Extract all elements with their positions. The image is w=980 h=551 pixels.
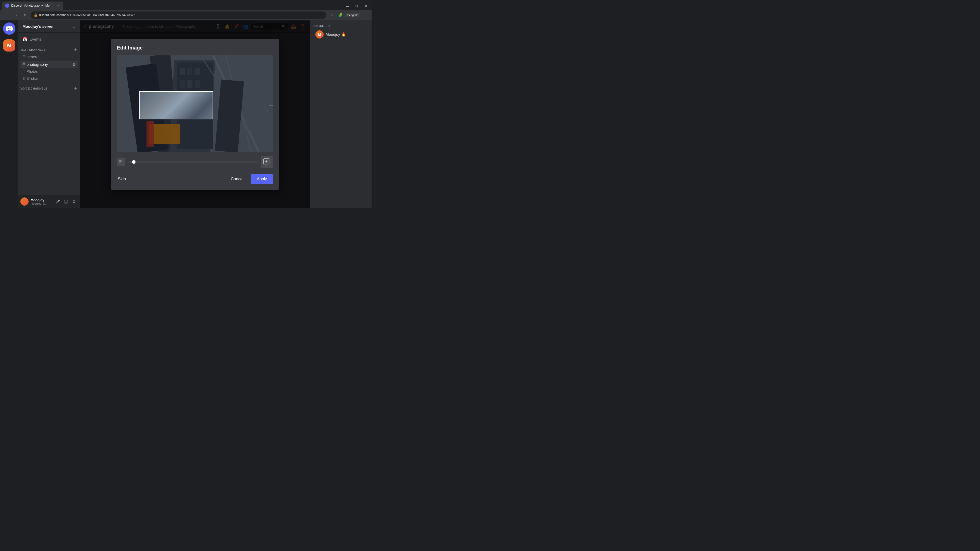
member-item-moodjoy[interactable]: M Moodjoy 🔥 xyxy=(312,29,369,40)
settings-button[interactable]: ⚙ xyxy=(70,198,78,205)
crop-inner-image xyxy=(140,92,213,119)
user-info: Moodjoy moodjoy_G... xyxy=(30,198,52,205)
add-voice-channel-button[interactable]: + xyxy=(73,86,78,91)
zoom-out-icon[interactable] xyxy=(117,158,125,166)
modal-overlay: Edit Image xyxy=(80,21,310,208)
cancel-button[interactable]: Cancel xyxy=(226,174,248,184)
member-avatar-moodjoy: M xyxy=(315,30,324,38)
active-tab[interactable]: Discord | #photography | Mood... ✕ xyxy=(2,2,63,10)
zoom-in-icon[interactable] xyxy=(261,156,273,168)
image-canvas[interactable] xyxy=(117,55,273,152)
voice-channels-label: VOICE CHANNELS xyxy=(21,87,47,90)
svg-rect-15 xyxy=(146,121,154,147)
address-text: discord.com/channels/1182346851781984336… xyxy=(39,13,135,17)
extension-button[interactable]: 🧩 xyxy=(337,11,344,19)
modal-footer: Skip Cancel Apply xyxy=(117,174,273,184)
zoom-slider[interactable] xyxy=(128,162,258,162)
modal-footer-right: Cancel Apply xyxy=(226,174,273,184)
user-controls: 🎤 🎧 ⚙ xyxy=(54,198,78,205)
server-avatar: M xyxy=(3,39,15,52)
server-name: Moodjoy's server xyxy=(22,24,54,29)
photography-hash-icon: # xyxy=(22,62,25,67)
discord-home-icon[interactable] xyxy=(3,22,15,35)
deafen-button[interactable]: 🎧 xyxy=(62,198,69,205)
user-name: Moodjoy xyxy=(30,198,52,202)
edit-image-modal: Edit Image xyxy=(111,39,279,190)
tab-list-button[interactable]: ⌄ xyxy=(335,3,342,10)
voice-channels-header[interactable]: VOICE CHANNELS + xyxy=(18,83,80,92)
photos-label: Photos xyxy=(27,69,38,73)
server-dropdown-icon: ⌄ xyxy=(72,24,76,29)
member-section-header: ONLINE — 1 xyxy=(310,21,372,29)
server-sidebar: M xyxy=(0,21,18,208)
skip-button[interactable]: Skip xyxy=(117,175,127,183)
server-name-bar[interactable]: Moodjoy's server ⌄ xyxy=(18,21,80,33)
minimize-button[interactable]: — xyxy=(344,3,351,10)
photography-settings-icon[interactable]: ⚙ xyxy=(72,62,76,67)
back-button[interactable]: ← xyxy=(3,11,10,19)
member-name-moodjoy: Moodjoy 🔥 xyxy=(326,32,346,37)
new-tab-button[interactable]: + xyxy=(64,3,72,10)
address-bar[interactable]: 🔒 discord.com/channels/11823468517819843… xyxy=(30,11,326,19)
maximize-button[interactable]: ⧉ xyxy=(353,3,360,10)
close-window-button[interactable]: ✕ xyxy=(363,3,369,10)
browser-chrome: Discord | #photography | Mood... ✕ + ⌄ —… xyxy=(0,0,372,21)
channel-name-general: general xyxy=(27,55,39,59)
channel-item-general[interactable]: # general xyxy=(21,53,78,60)
events-icon: 📅 xyxy=(22,37,27,41)
nav-bar: ← → ↻ 🔒 discord.com/channels/11823468517… xyxy=(0,10,372,21)
channel-name-photography: photography xyxy=(27,62,48,67)
events-item[interactable]: 📅 Events xyxy=(18,35,80,44)
server-separator xyxy=(5,37,13,37)
svg-rect-6 xyxy=(187,68,192,75)
tab-close-button[interactable]: ✕ xyxy=(56,3,60,8)
svg-rect-7 xyxy=(195,68,200,75)
discord-app: M Moodjoy's server ⌄ 📅 Events TEXT CHANN… xyxy=(0,21,372,208)
reload-button[interactable]: ↻ xyxy=(21,11,29,19)
svg-rect-9 xyxy=(187,80,192,88)
forward-button[interactable]: → xyxy=(12,11,19,19)
channel-sub-photos[interactable]: Photos xyxy=(24,68,78,75)
crop-inner xyxy=(140,92,213,119)
moodjoy-server-icon[interactable]: M xyxy=(3,39,15,52)
channel-sidebar: Moodjoy's server ⌄ 📅 Events TEXT CHANNEL… xyxy=(18,21,80,208)
text-channels-header[interactable]: TEXT CHANNELS + xyxy=(18,44,80,53)
incognito-badge: Incognito xyxy=(345,13,360,17)
channel-item-chat[interactable]: ⬇ # chat xyxy=(21,75,78,82)
tab-bar: Discord | #photography | Mood... ✕ + ⌄ —… xyxy=(0,0,372,10)
modal-title: Edit Image xyxy=(117,45,273,51)
tab-favicon xyxy=(5,3,9,8)
general-hash-icon: # xyxy=(22,54,25,59)
add-text-channel-button[interactable]: + xyxy=(73,48,78,52)
chat-hash-icon: # xyxy=(27,76,30,81)
svg-rect-10 xyxy=(195,80,200,88)
channel-list: 📅 Events TEXT CHANNELS + # general # pho… xyxy=(18,33,80,195)
user-area: Moodjoy moodjoy_G... 🎤 🎧 ⚙ xyxy=(18,195,80,208)
crop-selection[interactable] xyxy=(139,91,213,119)
zoom-controls xyxy=(117,156,273,168)
user-status: moodjoy_G... xyxy=(30,202,52,205)
download-icon: ⬇ xyxy=(22,76,25,81)
tab-title: Discord | #photography | Mood... xyxy=(11,4,54,7)
svg-rect-8 xyxy=(180,80,185,88)
svg-rect-5 xyxy=(180,68,185,75)
user-avatar xyxy=(21,197,29,206)
menu-button[interactable]: ⋮ xyxy=(361,11,369,19)
mute-button[interactable]: 🎤 xyxy=(54,198,61,205)
channel-name-chat: chat xyxy=(31,76,38,81)
text-channels-label: TEXT CHANNELS xyxy=(21,48,46,51)
apply-button[interactable]: Apply xyxy=(251,174,273,184)
member-sidebar: ONLINE — 1 M Moodjoy 🔥 xyxy=(310,21,372,208)
channel-item-photography[interactable]: # photography ⚙ xyxy=(21,61,78,68)
bookmark-button[interactable]: ☆ xyxy=(328,11,336,19)
main-content: # photography This is a good place to ta… xyxy=(80,21,310,208)
nav-icons-right: ☆ 🧩 Incognito ⋮ xyxy=(328,11,369,19)
zoom-slider-container[interactable] xyxy=(128,158,258,166)
events-label: Events xyxy=(30,37,41,41)
